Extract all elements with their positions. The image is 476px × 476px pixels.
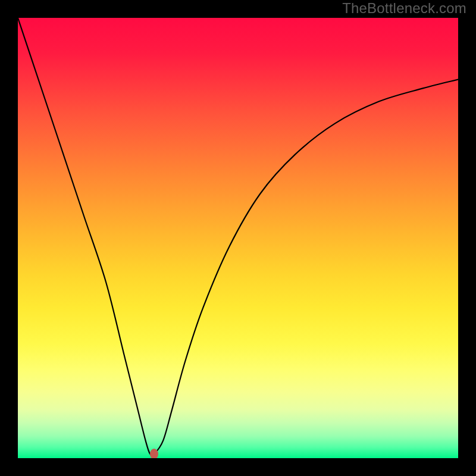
minimum-marker — [150, 449, 158, 458]
plot-area — [18, 18, 458, 458]
bottleneck-curve — [18, 18, 458, 458]
watermark-text: TheBottleneck.com — [342, 0, 466, 17]
chart-frame: TheBottleneck.com — [0, 0, 476, 476]
